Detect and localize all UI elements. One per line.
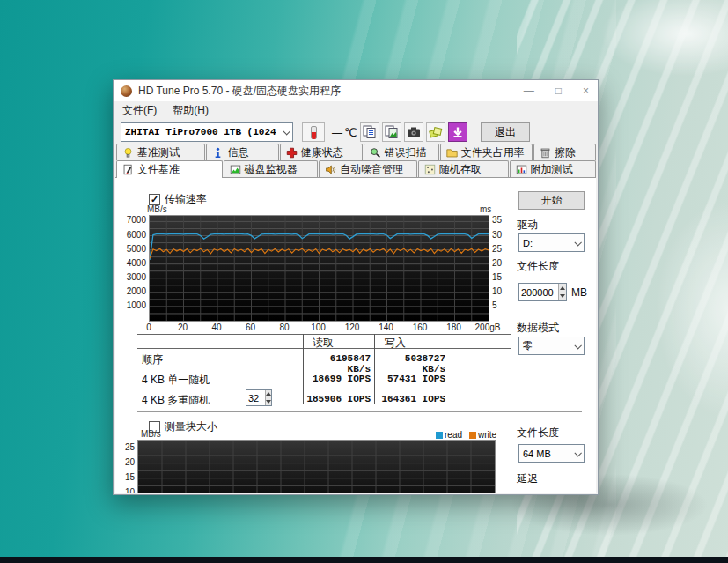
spin-down-icon[interactable] <box>266 398 271 406</box>
file-benchmark-panel: 传输速率 MB/s ms 读取 写入 顺序 6195847 KB/s 50387… <box>115 177 596 493</box>
tab-folder-usage[interactable]: 文件夹占用率 <box>440 144 533 160</box>
y-axis-unit-right: ms <box>480 204 491 214</box>
temperature-unit: ℃ <box>344 126 357 139</box>
camera-icon <box>407 125 421 139</box>
chart-legend: read write <box>436 430 496 440</box>
temperature-button[interactable] <box>302 122 325 142</box>
sequential-write-value: 5038727 KB/s <box>376 353 445 374</box>
drive-selector[interactable]: ZHITAI TiPro7000 1TB (1024 gB) <box>121 122 293 142</box>
legend-read-label: read <box>445 430 462 440</box>
target-drive-select[interactable]: D: <box>518 233 585 252</box>
tab-aam[interactable]: 自动噪音管理 <box>319 160 417 177</box>
tick-label: 0 <box>146 322 151 332</box>
queue-depth-spinner[interactable] <box>246 389 272 406</box>
tab-label: 文件夹占用率 <box>461 145 525 160</box>
tick-label: 6000 <box>127 230 146 240</box>
spinner-buttons <box>558 284 566 300</box>
spin-up-icon[interactable] <box>559 284 566 293</box>
update-download-button[interactable] <box>448 122 467 142</box>
disk-monitor-icon <box>230 164 241 175</box>
tab-label: 擦除 <box>555 145 576 160</box>
tab-random-access[interactable]: 随机存取 <box>418 160 509 177</box>
file-length-input[interactable] <box>519 284 558 300</box>
tick-label: 35 <box>492 215 502 225</box>
tick-label: 20 <box>492 258 502 268</box>
section-separator <box>137 411 582 412</box>
block-file-length-select[interactable]: 64 MB <box>518 444 585 463</box>
target-drive-value: D: <box>519 238 571 248</box>
extra-tests-icon <box>516 164 527 175</box>
tab-label: 错误扫描 <box>385 145 427 160</box>
tab-disk-monitor[interactable]: 磁盘监视器 <box>224 160 318 177</box>
mini-y-axis-unit: MB/s <box>141 429 161 439</box>
lightbulb-icon <box>122 147 134 159</box>
file-length-unit: MB <box>571 286 587 299</box>
window-controls: — □ × <box>524 80 589 101</box>
spin-up-icon[interactable] <box>266 390 271 398</box>
copy-image-button[interactable] <box>382 122 401 142</box>
row-4k-multi-label: 4 KB 多重随机 <box>142 393 210 408</box>
tab-erase[interactable]: 擦除 <box>533 144 596 160</box>
legend-write: write <box>469 430 496 440</box>
menu-bar: 文件(F) 帮助(H) <box>114 101 598 119</box>
tick-label: 7000 <box>127 215 146 225</box>
block-file-length-label: 文件长度 <box>517 426 559 441</box>
latency-underline <box>517 485 583 485</box>
export-button[interactable] <box>426 122 445 142</box>
row-sequential-label: 顺序 <box>142 352 163 367</box>
thermometer-icon <box>311 126 317 139</box>
tick-label: 120 <box>345 322 360 332</box>
tick-label: 1000 <box>127 300 146 310</box>
tick-label: 10 <box>492 286 502 296</box>
screenshot-button[interactable] <box>404 122 423 142</box>
maximize-button[interactable]: □ <box>555 80 562 101</box>
table-header-line <box>137 348 511 349</box>
tab-error-scan[interactable]: 错误扫描 <box>364 144 439 160</box>
4k-multi-write-value: 164361 IOPS <box>376 394 445 404</box>
tab-file-benchmark[interactable]: 文件基准 <box>116 160 223 178</box>
close-button[interactable]: × <box>583 80 589 101</box>
tab-strip: 基准测试 信息 健康状态 <box>116 144 597 177</box>
trash-icon <box>540 147 551 159</box>
4k-single-read-value: 18699 IOPS <box>304 374 371 384</box>
copy-text-button[interactable] <box>360 122 379 142</box>
tab-label: 健康状态 <box>301 145 343 160</box>
file-benchmark-icon <box>122 164 134 175</box>
tab-health[interactable]: 健康状态 <box>280 144 363 160</box>
tab-label: 自动噪音管理 <box>340 162 403 177</box>
queue-depth-input[interactable] <box>246 390 265 405</box>
tab-label: 信息 <box>227 145 248 160</box>
tick-label: 15 <box>492 272 502 282</box>
random-access-icon <box>424 164 436 175</box>
titlebar[interactable]: HD Tune Pro 5.70 - 硬盘/固态硬盘实用程序 — □ × <box>114 80 598 101</box>
tick-label: 5 <box>492 300 497 310</box>
copy-image-icon <box>385 125 399 139</box>
spin-down-icon[interactable] <box>559 293 566 301</box>
chevron-down-icon <box>571 445 584 462</box>
tab-benchmark[interactable]: 基准测试 <box>116 144 205 160</box>
data-mode-label: 数据模式 <box>517 321 559 336</box>
speaker-icon <box>325 164 336 175</box>
tab-extra-tests[interactable]: 附加测试 <box>510 160 596 177</box>
tick-label: 30 <box>492 230 502 240</box>
chevron-down-icon <box>280 123 292 141</box>
hdtune-window: HD Tune Pro 5.70 - 硬盘/固态硬盘实用程序 — □ × 文件(… <box>113 79 599 495</box>
data-mode-select[interactable]: 零 <box>518 337 585 355</box>
tab-info[interactable]: 信息 <box>206 144 278 160</box>
file-length-spinner[interactable] <box>518 283 567 301</box>
tick-label: 160 <box>413 322 428 332</box>
tick-label: 25 <box>492 244 502 254</box>
tab-label: 文件基准 <box>137 162 180 177</box>
menu-file[interactable]: 文件(F) <box>122 103 157 118</box>
tab-label: 随机存取 <box>439 162 482 177</box>
transfer-rate-label: 传输速率 <box>165 192 207 207</box>
file-length-label: 文件长度 <box>517 259 559 274</box>
minimize-button[interactable]: — <box>524 80 534 101</box>
tick-label: 60 <box>246 322 255 332</box>
menu-help[interactable]: 帮助(H) <box>173 103 209 118</box>
start-button[interactable]: 开始 <box>518 191 585 210</box>
exit-button[interactable]: 退出 <box>481 122 530 142</box>
tab-label: 附加测试 <box>531 162 573 177</box>
tick-label: 140 <box>379 322 393 332</box>
y-axis-unit-left: MB/s <box>147 204 167 214</box>
